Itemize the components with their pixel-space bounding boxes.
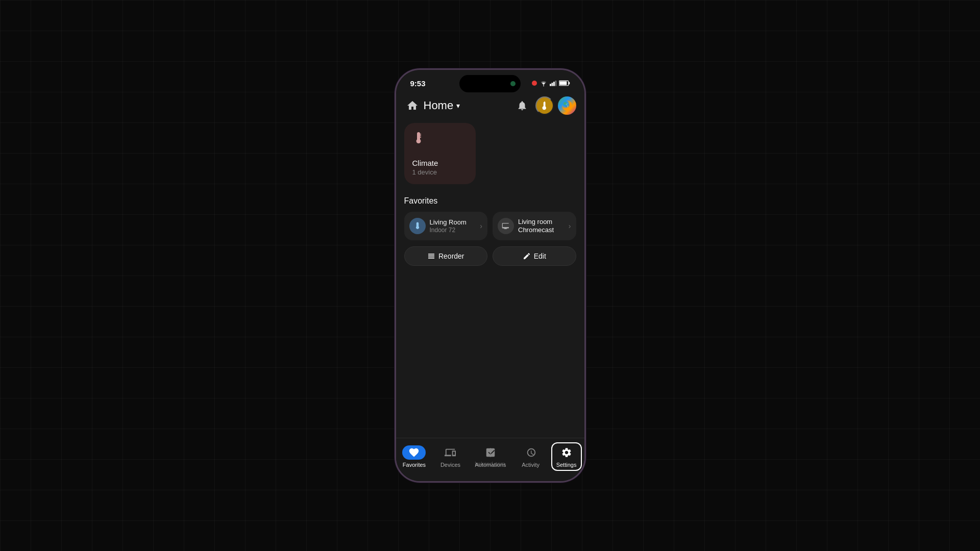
devices-nav-icon (445, 445, 456, 460)
lab-flask-icon (540, 101, 549, 110)
chromecast-text: Living roomChromecast (518, 218, 554, 234)
notification-button[interactable] (513, 96, 531, 115)
climate-card[interactable]: Climate 1 device (404, 123, 476, 184)
scroll-content[interactable]: Climate 1 device Favorites (396, 119, 584, 438)
reorder-icon (427, 252, 435, 260)
header-actions: 🌎 (513, 96, 576, 115)
home-title-group[interactable]: Home ▾ (404, 97, 460, 114)
tv-svg (502, 222, 510, 230)
user-avatar-button[interactable]: 🌎 (558, 96, 576, 115)
app-header: Home ▾ (396, 92, 584, 119)
edit-label: Edit (534, 252, 546, 260)
thermometer-icon (412, 131, 468, 148)
automations-nav-label: Automations (475, 462, 506, 468)
svg-point-0 (532, 81, 537, 86)
battery-icon (559, 80, 570, 86)
status-icons (531, 80, 570, 86)
living-room-sub: Indoor 72 (430, 227, 467, 234)
svg-rect-2 (550, 84, 551, 86)
thermostat-small-svg (413, 221, 422, 231)
chromecast-name: Living roomChromecast (518, 218, 554, 234)
nav-devices[interactable]: Devices (435, 443, 465, 470)
thermostat-svg (412, 131, 425, 145)
living-room-card[interactable]: Living Room Indoor 72 › (404, 212, 488, 240)
wifi-icon (540, 80, 548, 86)
signal-icon (550, 80, 557, 86)
svg-point-1 (543, 85, 544, 86)
activity-nav-label: Activity (522, 462, 540, 468)
svg-rect-5 (555, 81, 556, 86)
bell-icon (517, 100, 528, 111)
favorites-nav-label: Favorites (403, 462, 426, 468)
home-house-icon (404, 97, 421, 114)
nav-settings[interactable]: Settings (551, 442, 582, 471)
activity-nav-icon (525, 445, 536, 460)
climate-sub-label: 1 device (412, 168, 468, 176)
avatar-colorful-icon: 🌎 (562, 101, 572, 111)
settings-nav-label: Settings (556, 462, 577, 468)
home-title-label: Home (424, 99, 454, 112)
chevron-down-icon[interactable]: ▾ (456, 102, 460, 110)
svg-rect-4 (553, 82, 555, 86)
devices-svg (445, 447, 456, 458)
activity-svg (525, 447, 536, 458)
svg-rect-7 (568, 82, 569, 85)
phone-shell: 9:53 (395, 68, 586, 483)
favorites-grid: Living Room Indoor 72 › (404, 212, 576, 240)
living-room-name: Living Room (430, 218, 467, 227)
phone-screen: 9:53 (396, 70, 584, 481)
lab-button[interactable] (535, 96, 554, 115)
chromecast-card-left: Living roomChromecast (498, 218, 554, 234)
living-room-text: Living Room Indoor 72 (430, 218, 467, 234)
house-svg (406, 99, 419, 112)
recording-icon (531, 80, 537, 86)
tv-fav-icon (498, 218, 514, 234)
chromecast-arrow-icon: › (569, 222, 571, 230)
living-room-card-left: Living Room Indoor 72 (409, 218, 467, 234)
edit-button[interactable]: Edit (493, 246, 576, 266)
heart-svg (408, 447, 420, 458)
automations-nav-icon (485, 445, 496, 460)
nav-automations[interactable]: Automations (471, 443, 510, 470)
thermostat-fav-icon (409, 218, 426, 234)
nav-favorites[interactable]: Favorites (398, 443, 430, 470)
phone-device: 9:53 (395, 68, 586, 483)
devices-nav-label: Devices (440, 462, 460, 468)
settings-nav-icon (561, 445, 572, 460)
svg-text:🌎: 🌎 (565, 103, 569, 108)
favorites-nav-icon (402, 445, 426, 460)
bottom-navigation: Favorites Devices (396, 438, 584, 481)
reorder-button[interactable]: Reorder (404, 246, 488, 266)
status-time: 9:53 (410, 79, 426, 88)
svg-rect-3 (551, 83, 553, 86)
climate-name-label: Climate (412, 159, 468, 167)
reorder-label: Reorder (438, 252, 464, 260)
living-room-arrow-icon: › (480, 222, 482, 230)
dynamic-island (459, 75, 521, 92)
svg-rect-8 (559, 81, 567, 85)
edit-icon (523, 252, 531, 260)
action-buttons-row: Reorder Edit (404, 246, 576, 266)
nav-activity[interactable]: Activity (516, 443, 546, 470)
dynamic-island-camera (510, 81, 516, 86)
favorites-section-title: Favorites (404, 196, 576, 206)
settings-gear-svg (561, 447, 572, 458)
automations-svg (485, 447, 496, 458)
chromecast-card[interactable]: Living roomChromecast › (493, 212, 576, 240)
